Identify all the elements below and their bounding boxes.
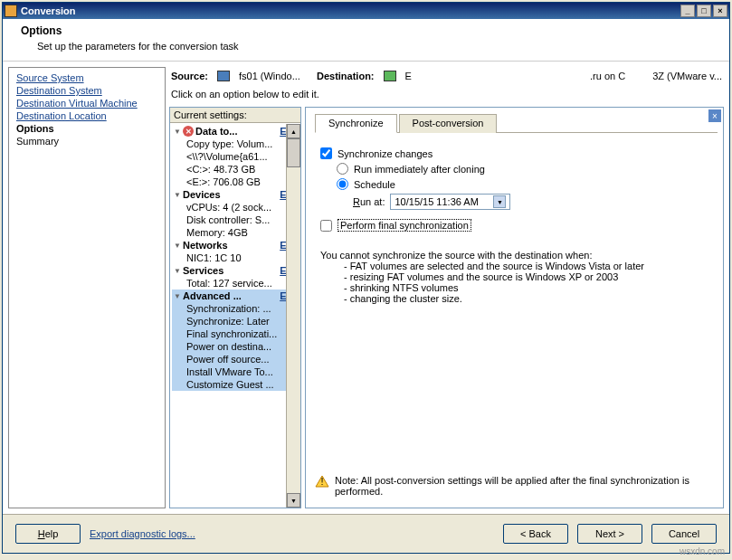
tree-networks[interactable]: ▼NetworksEdit <box>172 239 300 252</box>
tree-item[interactable]: Install VMware To... <box>172 365 300 378</box>
panel-close-icon[interactable]: × <box>708 109 721 122</box>
export-logs-link[interactable]: Export diagnostic logs... <box>90 528 195 539</box>
maximize-button[interactable]: □ <box>697 5 711 17</box>
scrollbar[interactable]: ▲ ▼ <box>286 124 300 508</box>
cannot-bullet: - changing the cluster size. <box>320 293 708 304</box>
nav-destination-system[interactable]: Destination System <box>16 84 157 97</box>
warning-row: ! Note: All post-conversion settings wil… <box>311 470 718 502</box>
run-at-dropdown[interactable]: 10/15/15 11:36 AM▼ <box>390 194 510 210</box>
schedule-label: Schedule <box>354 179 395 190</box>
page-title: Options <box>21 24 711 37</box>
sync-tab-body: Synchronize changes Run immediately afte… <box>306 133 723 508</box>
settings-tree: Current settings: ▼✕Data to...Edit Copy … <box>169 107 301 508</box>
step-nav: Source System Destination System Destina… <box>8 67 166 508</box>
page-header: Options Set up the parameters for the co… <box>3 19 729 62</box>
tree-header: Current settings: <box>170 108 300 123</box>
tree-services[interactable]: ▼ServicesEdit <box>172 264 300 277</box>
tree-item[interactable]: NIC1: 1C 10 <box>172 252 300 264</box>
nav-destination-location[interactable]: Destination Location <box>16 109 157 122</box>
titlebar[interactable]: Conversion _ □ × <box>3 3 729 19</box>
tab-synchronize[interactable]: Synchronize <box>315 114 397 133</box>
final-sync-label: Perform final synchronization <box>337 219 471 232</box>
dropdown-arrow-icon[interactable]: ▼ <box>493 195 506 208</box>
minimize-button[interactable]: _ <box>680 5 695 17</box>
watermark: wsxdn.com <box>680 546 725 556</box>
svg-text:!: ! <box>320 476 323 487</box>
conversion-window: Conversion _ □ × Options Set up the para… <box>2 2 730 554</box>
nav-options[interactable]: Options <box>16 122 157 135</box>
tree-item[interactable]: Final synchronizati... <box>172 327 300 340</box>
tree-devices[interactable]: ▼DevicesEdit <box>172 188 300 201</box>
tree-data-to-copy[interactable]: ▼✕Data to...Edit <box>172 125 300 138</box>
nav-source-system[interactable]: Source System <box>16 71 157 84</box>
help-button[interactable]: Help <box>15 524 81 544</box>
scroll-up-button[interactable]: ▲ <box>287 124 300 138</box>
scroll-down-button[interactable]: ▼ <box>287 493 300 508</box>
run-immediate-label: Run immediately after cloning <box>354 164 485 175</box>
cannot-bullet: - resizing FAT volumes and the source is… <box>320 271 708 282</box>
main-panel: Source: fs01 (Windo... Destination: E .r… <box>166 62 729 514</box>
detail-panel: × Synchronize Post-conversion Synchroniz… <box>305 107 724 508</box>
destination-mid: E <box>405 71 412 81</box>
cannot-sync-note: You cannot synchronize the source with t… <box>320 250 708 304</box>
cancel-button[interactable]: Cancel <box>651 524 717 544</box>
tree-item[interactable]: <\\?\Volume{a61... <box>172 150 300 163</box>
tree-item[interactable]: Synchronize: Later <box>172 315 300 327</box>
tab-post-conversion[interactable]: Post-conversion <box>399 114 498 133</box>
sync-changes-checkbox[interactable] <box>320 147 332 159</box>
source-dest-row: Source: fs01 (Windo... Destination: E .r… <box>169 67 724 85</box>
footer: Help Export diagnostic logs... < Back Ne… <box>3 514 729 553</box>
window-title: Conversion <box>21 5 76 16</box>
final-sync-checkbox[interactable] <box>320 220 332 232</box>
tree-item[interactable]: Power on destina... <box>172 340 300 353</box>
run-at-value: 10/15/15 11:36 AM <box>395 196 478 207</box>
content: Source System Destination System Destina… <box>3 62 729 514</box>
tree-body: ▼✕Data to...Edit Copy type: Volum... <\\… <box>170 123 300 508</box>
run-at-label: Run at: <box>353 196 385 207</box>
next-button[interactable]: Next > <box>577 524 642 544</box>
tree-item[interactable]: Synchronization: ... <box>172 302 300 315</box>
nav-destination-vm[interactable]: Destination Virtual Machine <box>16 97 157 109</box>
close-button[interactable]: × <box>713 5 727 17</box>
tree-item[interactable]: Customize Guest ... <box>172 378 300 391</box>
warning-text: Note: All post-conversion settings will … <box>335 475 714 497</box>
warning-icon: ! <box>315 475 329 488</box>
cannot-sync-text: You cannot synchronize the source with t… <box>320 250 708 261</box>
destination-tail: 3Z (VMware v... <box>652 71 722 81</box>
tree-item[interactable]: Disk controller: S... <box>172 214 300 226</box>
tree-item[interactable]: Total: 127 service... <box>172 277 300 289</box>
cannot-bullet: - FAT volumes are selected and the sourc… <box>320 261 708 271</box>
tree-item[interactable]: vCPUs: 4 (2 sock... <box>172 201 300 214</box>
error-icon: ✕ <box>183 126 194 137</box>
back-button[interactable]: < Back <box>503 524 568 544</box>
tree-item[interactable]: Memory: 4GB <box>172 226 300 239</box>
server-icon <box>384 71 396 81</box>
tree-item[interactable]: Power off source... <box>172 353 300 365</box>
run-immediate-radio[interactable] <box>337 163 348 175</box>
source-value: fs01 (Windo... <box>239 71 308 81</box>
scroll-thumb[interactable] <box>287 138 300 167</box>
instruction: Click on an option below to edit it. <box>169 85 724 107</box>
destination-suffix: .ru on C <box>590 71 625 81</box>
tree-item[interactable]: <C:>: 48.73 GB <box>172 163 300 176</box>
nav-summary[interactable]: Summary <box>16 135 157 147</box>
source-label: Source: <box>171 71 208 81</box>
schedule-radio[interactable] <box>337 178 348 190</box>
tree-item[interactable]: <E:>: 706.08 GB <box>172 176 300 188</box>
sync-changes-label: Synchronize changes <box>337 148 433 159</box>
destination-label: Destination: <box>317 71 375 81</box>
tabs: Synchronize Post-conversion <box>315 113 718 133</box>
tree-item[interactable]: Copy type: Volum... <box>172 138 300 150</box>
tree-advanced[interactable]: ▼Advanced ...Edit <box>172 289 300 302</box>
app-icon <box>5 5 17 17</box>
cannot-bullet: - shrinking NTFS volumes <box>320 282 708 293</box>
computer-icon <box>217 71 230 81</box>
page-subtitle: Set up the parameters for the conversion… <box>37 41 711 52</box>
